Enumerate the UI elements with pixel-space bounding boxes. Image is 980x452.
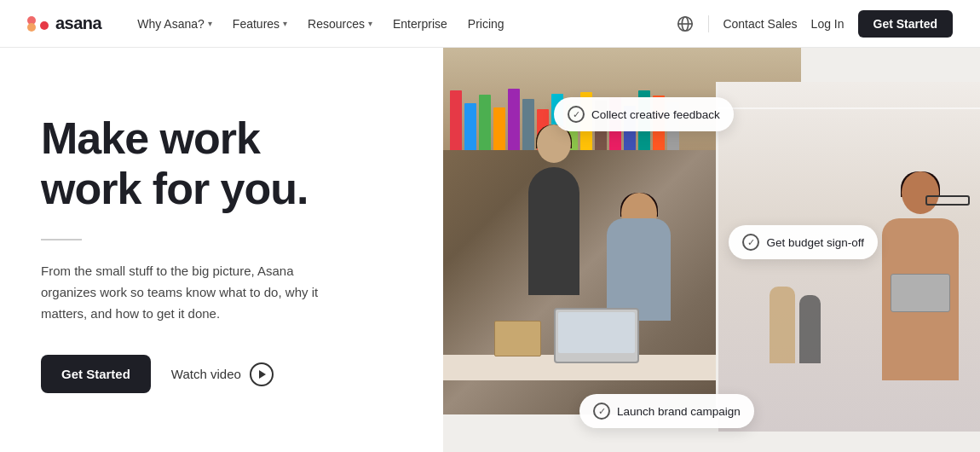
globe-icon[interactable]	[676, 14, 695, 33]
chevron-down-icon: ▾	[368, 19, 372, 28]
navbar: asana Why Asana? ▾ Features ▾ Resources …	[0, 0, 980, 48]
nav-get-started-button[interactable]: Get Started	[858, 10, 953, 38]
hero-body-text: From the small stuff to the big picture,…	[41, 261, 331, 324]
nav-resources[interactable]: Resources ▾	[299, 12, 381, 36]
nav-divider	[708, 15, 709, 32]
logo-icon	[27, 16, 49, 32]
logo-text: asana	[55, 14, 101, 33]
hero-left: Make work work for you. From the small s…	[0, 48, 443, 452]
laptop-screen	[558, 312, 635, 353]
hero-section: Make work work for you. From the small s…	[0, 48, 980, 452]
nav-links: Why Asana? ▾ Features ▾ Resources ▾ Ente…	[129, 12, 676, 36]
hero-actions: Get Started Watch video	[41, 355, 402, 393]
watch-video-button[interactable]: Watch video	[171, 362, 274, 386]
person-right	[869, 167, 971, 406]
hero-get-started-button[interactable]: Get Started	[41, 355, 151, 393]
person-head	[902, 171, 939, 214]
check-icon: ✓	[593, 403, 610, 420]
chip-campaign: ✓ Launch brand campaign	[579, 394, 754, 428]
nav-features[interactable]: Features ▾	[224, 12, 296, 36]
background-person-1	[770, 287, 795, 363]
ceiling-line	[718, 107, 980, 109]
watch-video-label: Watch video	[171, 367, 241, 381]
chevron-down-icon: ▾	[208, 19, 212, 28]
desk-box	[494, 321, 541, 356]
chip-feedback: ✓ Collect creative feedback	[554, 97, 734, 131]
hero-headline: Make work work for you.	[41, 113, 402, 216]
laptop	[554, 308, 639, 363]
chip-feedback-label: Collect creative feedback	[591, 108, 720, 121]
hero-right: ✓ Collect creative feedback ✓ Get budget…	[443, 48, 980, 452]
background-person-2	[799, 295, 821, 363]
chip-budget: ✓ Get budget sign-off	[729, 225, 878, 259]
play-icon	[250, 362, 274, 386]
person-standing	[520, 125, 588, 295]
laptop-small	[891, 274, 950, 312]
person-body	[528, 167, 579, 295]
check-icon: ✓	[742, 234, 759, 251]
chip-campaign-label: Launch brand campaign	[617, 405, 741, 418]
logo[interactable]: asana	[27, 14, 101, 33]
check-icon: ✓	[568, 106, 585, 123]
nav-enterprise[interactable]: Enterprise	[384, 12, 456, 36]
contact-sales-link[interactable]: Contact Sales	[723, 17, 797, 31]
hero-divider	[41, 239, 82, 240]
chevron-down-icon: ▾	[283, 19, 287, 28]
glasses	[925, 195, 970, 206]
play-triangle	[259, 370, 266, 379]
chip-budget-label: Get budget sign-off	[766, 236, 864, 249]
login-link[interactable]: Log In	[811, 17, 845, 31]
nav-right: Contact Sales Log In Get Started	[676, 10, 953, 38]
nav-why-asana[interactable]: Why Asana? ▾	[129, 12, 221, 36]
person-body	[607, 218, 671, 321]
nav-pricing[interactable]: Pricing	[459, 12, 513, 36]
